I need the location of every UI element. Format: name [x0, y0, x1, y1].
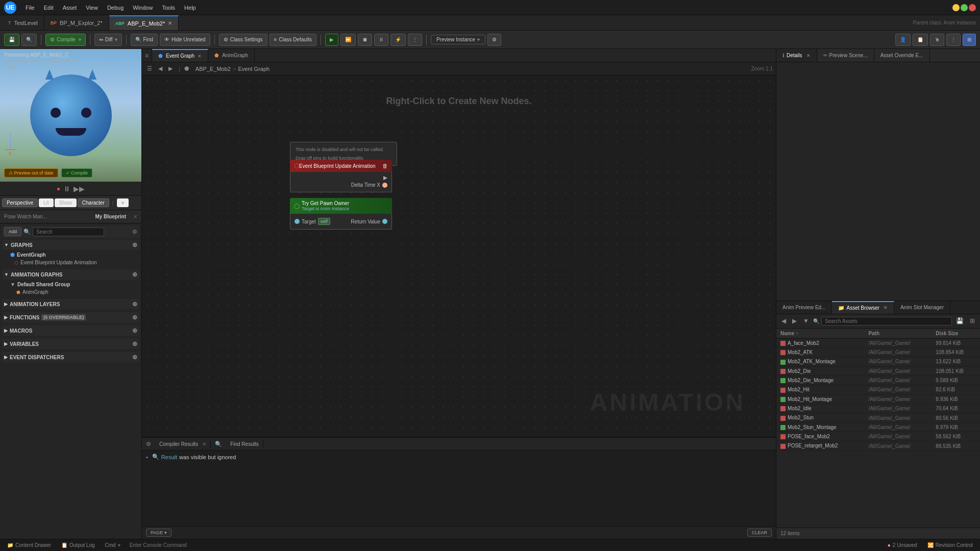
record-button[interactable]: ●: [57, 185, 60, 192]
anim-graphs-header[interactable]: ▼ ANIMATION GRAPHS ⊕: [2, 269, 139, 280]
menu-tools[interactable]: Tools: [158, 3, 179, 12]
breadcrumb-current[interactable]: Event Graph: [238, 66, 270, 72]
add-anim-graph-icon[interactable]: ⊕: [132, 271, 137, 278]
perspective-button[interactable]: Perspective: [2, 198, 38, 207]
asset-row[interactable]: Mob2_Die/All/Game/_Game/108.051 KiB: [776, 366, 980, 375]
output-log-item[interactable]: 📋 Output Log: [58, 541, 97, 549]
return-value-pin[interactable]: [382, 219, 387, 224]
asset-override-tab[interactable]: Asset Override E...: [874, 49, 930, 62]
skip-forward-button[interactable]: ▶▶: [74, 185, 85, 193]
class-settings-button[interactable]: ⚙ Class Settings: [219, 34, 267, 46]
col-path-header[interactable]: Path: [864, 329, 932, 339]
add-variable-icon[interactable]: ⊕: [132, 340, 137, 347]
asset-view-button[interactable]: ⊞: [968, 316, 977, 325]
pause-button[interactable]: ⏸: [374, 34, 388, 46]
asset-row[interactable]: Mob2_Stun/All/Game/_Game/80.56 KiB: [776, 413, 980, 422]
compiler-tab-close-icon[interactable]: ✕: [202, 441, 206, 447]
delta-time-pin[interactable]: [382, 183, 387, 188]
add-function-icon[interactable]: ⊕: [132, 314, 137, 321]
find-results-tab[interactable]: Find Results: [226, 440, 263, 448]
hide-unrelated-button[interactable]: 👁 Hide Unrelated: [160, 34, 210, 46]
add-graph-icon[interactable]: ⊕: [132, 241, 137, 248]
compile-button[interactable]: ⚙ Compile ▾: [45, 34, 86, 46]
anim-preview-tab[interactable]: Anim Preview Ed...: [776, 301, 832, 314]
toolbar-blueprint-icon[interactable]: 📋: [913, 34, 928, 46]
asset-row[interactable]: Mob2_Hit/All/Game/_Game/82.6 KiB: [776, 385, 980, 394]
asset-row[interactable]: Mob2_Die_Montage/All/Game/_Game/9.589 Ki…: [776, 375, 980, 385]
compiler-results-tab[interactable]: Compiler Results ✕: [155, 440, 211, 448]
menu-help[interactable]: Help: [180, 3, 200, 12]
play-next-frame-button[interactable]: ⏩: [340, 34, 356, 46]
menu-edit[interactable]: Edit: [40, 3, 58, 12]
unsaved-item[interactable]: ● 2 Unsaved: [885, 541, 920, 549]
add-dispatcher-icon[interactable]: ⊕: [132, 354, 137, 361]
event-graph-item[interactable]: ⬟ EventGraph: [2, 251, 139, 259]
page-button[interactable]: PAGE ▾: [146, 529, 172, 537]
node-delete-icon[interactable]: 🗑: [382, 163, 388, 169]
diff-dropdown-icon[interactable]: ▾: [115, 37, 117, 42]
compile-viewport-button[interactable]: ✓ Compile: [61, 168, 93, 178]
anim-graph-tab[interactable]: ⬟ AnimGraph: [208, 49, 255, 62]
macros-header[interactable]: ▶ MACROS ⊕: [2, 325, 139, 336]
close-my-blueprint-icon[interactable]: ✕: [133, 214, 137, 219]
graph-back-button[interactable]: ◀: [156, 64, 164, 73]
tab-abp-mob2[interactable]: ABP ABP_E_Mob2* ✕: [109, 15, 179, 30]
play-simulate-button[interactable]: ▶: [325, 34, 338, 46]
anim-graph-item[interactable]: ⬟ AnimGraph: [2, 288, 139, 296]
minimize-button[interactable]: [952, 4, 960, 11]
asset-browser-close-icon[interactable]: ✕: [884, 305, 888, 310]
col-name-header[interactable]: Name ↑: [776, 329, 864, 339]
menu-debug[interactable]: Debug: [103, 3, 128, 12]
step-button[interactable]: ⚡: [390, 34, 406, 46]
stop-button[interactable]: ⏹: [358, 34, 372, 46]
add-blueprint-button[interactable]: Add: [4, 227, 21, 236]
menu-window[interactable]: Window: [129, 3, 157, 12]
console-input[interactable]: [128, 541, 504, 549]
asset-filter-button[interactable]: ▼: [801, 316, 811, 325]
clear-button[interactable]: CLEAR: [747, 529, 772, 537]
blueprint-search-input[interactable]: [33, 228, 104, 236]
col-size-header[interactable]: Disk Size: [932, 329, 980, 339]
tab-close-icon[interactable]: ✕: [168, 20, 172, 26]
preview-dropdown-icon[interactable]: ▾: [477, 37, 480, 42]
variables-header[interactable]: ▶ VARIABLES ⊕: [2, 339, 139, 349]
asset-search-input[interactable]: [821, 317, 952, 325]
close-button[interactable]: [969, 4, 976, 11]
add-anim-layer-icon[interactable]: ⊕: [132, 300, 137, 308]
menu-view[interactable]: View: [82, 3, 102, 12]
preview-scene-tab[interactable]: ✏ Preview Scene...: [817, 49, 874, 62]
asset-row[interactable]: POSE_retarget_Mob2/All/Game/_Game/88.535…: [776, 441, 980, 450]
cmd-item[interactable]: Cmd ▾: [102, 541, 124, 549]
lit-button[interactable]: Lit: [39, 198, 54, 207]
revision-control-item[interactable]: 🔀 Revision Control: [924, 541, 976, 549]
class-defaults-button[interactable]: ≡ Class Defaults: [270, 34, 316, 46]
find-button[interactable]: 🔍 Find: [131, 34, 158, 46]
details-tab[interactable]: ℹ Details ✕: [776, 49, 817, 62]
asset-row[interactable]: A_face_Mob2/All/Game/_Game/99.814 KiB: [776, 338, 980, 347]
breadcrumb-root[interactable]: ABP_E_Mob2: [195, 66, 231, 72]
event-update-item[interactable]: ⬡ Event Blueprint Update Animation: [2, 259, 139, 266]
graph-options-button[interactable]: ☰: [145, 64, 154, 73]
cmd-dropdown-icon[interactable]: ▾: [118, 542, 120, 548]
tab-testlevel[interactable]: T TestLevel: [2, 15, 44, 30]
menu-file[interactable]: File: [21, 3, 39, 12]
event-dispatchers-header[interactable]: ▶ EVENT DISPATCHERS ⊕: [2, 352, 139, 362]
event-graph-tab-close-icon[interactable]: ✕: [198, 54, 202, 59]
asset-row[interactable]: Mob2_Hit_Montage/All/Game/_Game/8.936 Ki…: [776, 394, 980, 404]
toolbar-person-icon[interactable]: 👤: [895, 34, 911, 46]
asset-row[interactable]: Mob2_Idle/All/Game/_Game/70.64 KiB: [776, 404, 980, 413]
exec-out-pin[interactable]: [383, 176, 387, 180]
event-graph-tab[interactable]: ⬟ Event Graph ✕: [152, 49, 208, 62]
toolbar-layout-btn[interactable]: ⊞: [963, 34, 976, 46]
anim-layers-header[interactable]: ▶ ANIMATION LAYERS ⊕: [2, 299, 139, 309]
preview-instance-button[interactable]: Preview Instance ▾: [431, 35, 485, 44]
browse-button[interactable]: 🔍: [21, 34, 37, 46]
toolbar-more-btn[interactable]: ⋮: [946, 34, 961, 46]
graphs-section-header[interactable]: ▼ GRAPHS ⊕: [2, 240, 139, 250]
asset-forward-button[interactable]: ▶: [790, 316, 799, 325]
diff-button[interactable]: ⇔ Diff ▾: [94, 34, 122, 46]
compile-dropdown-icon[interactable]: ▾: [79, 37, 81, 42]
functions-header[interactable]: ▶ FUNCTIONS (5 OVERRIDABLE) ⊕: [2, 312, 139, 322]
preview-out-of-date-button[interactable]: ⚠ Preview out of date: [4, 168, 58, 178]
asset-row[interactable]: Mob2_ATK_Montage/All/Game/_Game/13.622 K…: [776, 357, 980, 366]
